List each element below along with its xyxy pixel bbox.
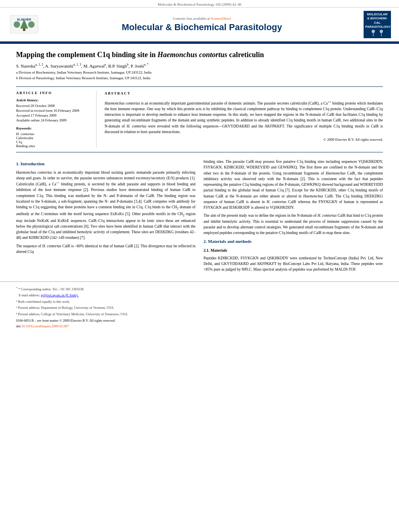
svg-point-4 [14, 21, 20, 28]
affiliation-a: a Division of Biochemistry, Indian Veter… [16, 70, 383, 76]
footnotes: * * Corresponding author. Tel.: +91 581 … [16, 286, 383, 317]
affiliation-b: b Division of Parasitology, Indian Veter… [16, 76, 383, 81]
right-para-3: Peptides KDIRCKDD, FSYKGKN and QSKHKDDY … [204, 255, 383, 273]
section1-heading: 1. Introduction [16, 160, 195, 167]
doi-value: doi:10.1016/j.molbiopara.2009.02.007 [16, 324, 383, 328]
revised-date: Received in revised form 16 February 200… [16, 109, 90, 113]
right-para-2: The aim of the present study was to defi… [204, 213, 383, 236]
article-info: ARTICLE INFO Article history: Received 2… [16, 91, 97, 148]
sciencedirect-line: Contents lists available at ScienceDirec… [48, 16, 356, 21]
doi-link[interactable]: 10.1016/j.molbiopara.2009.02.007 [21, 324, 69, 328]
article-title: Mapping the complement C1q binding site … [16, 50, 383, 60]
journal-header-bar: Molecular & Biochemical Parasitology 166… [0, 0, 399, 8]
history-label: Article history: [16, 98, 90, 102]
authors: S. Nareshaa, 1, 2, A. Suryawanshia, 1, 3… [16, 63, 383, 68]
journal-logo: MOLECULAR & BIOCHEMI- CAL PARASITOLOGY [364, 11, 391, 38]
keywords-label: Keywords: [16, 126, 90, 130]
keyword-2: Calreticulin [16, 136, 90, 140]
abstract-text: Haemonchus contortus is an economically … [105, 100, 383, 135]
body-col-left: 1. Introduction Haemonchus contortus is … [16, 159, 195, 275]
intro-para-2: The sequence of H. contortus CalR is ~60… [16, 243, 195, 255]
info-abstract-row: ARTICLE INFO Article history: Received 2… [16, 86, 383, 152]
abstract-heading: ABSTRACT [105, 91, 383, 97]
journal-citation: Molecular & Biochemical Parasitology 166… [158, 2, 241, 6]
body-columns: 1. Introduction Haemonchus contortus is … [16, 159, 383, 275]
section2-sub: 2.1. Materials [204, 247, 383, 253]
keyword-1: H. contortus [16, 132, 90, 136]
received-date: Received 20 October 2008 [16, 104, 90, 108]
svg-rect-3 [23, 29, 25, 31]
available-date: Available online 24 February 2009 [16, 118, 90, 122]
body-col-right: binding sites. The parasite CalR may pos… [204, 159, 383, 275]
copyright: © 2009 Elsevier B.V. All rights reserved… [105, 137, 383, 143]
keyword-3: C1q [16, 140, 90, 144]
abstract-section: ABSTRACT Haemonchus contortus is an econ… [105, 91, 383, 148]
article-content: Mapping the complement C1q binding site … [0, 44, 399, 281]
main-header: ELSEVIER Contents lists available at Sci… [0, 8, 399, 43]
intro-para-1: Haemonchus contortus is an economically … [16, 170, 195, 241]
page-footer: * * Corresponding author. Tel.: +91 581 … [0, 281, 399, 330]
section2-heading: 2. Materials and methods [204, 238, 383, 245]
fn-3: ³ Present address; College of Veterinary… [16, 312, 383, 317]
fn-2: ² Present address; Department of Biology… [16, 305, 383, 311]
fn-email: E-mail address: pj@ivri.up.nic.in (P. Jo… [16, 293, 383, 298]
keyword-4: Binding sites [16, 144, 90, 148]
doi-line: 0166-6851/$ – see front matter © 2009 El… [16, 318, 383, 322]
svg-point-8 [380, 30, 383, 33]
journal-title-center: Contents lists available at ScienceDirec… [48, 16, 356, 33]
elsevier-logo: ELSEVIER [8, 13, 40, 36]
accepted-date: Accepted 17 February 2009 [16, 113, 90, 117]
affiliations: a Division of Biochemistry, Indian Veter… [16, 70, 383, 81]
svg-point-6 [372, 30, 375, 33]
right-para-1: binding sites. The parasite CalR may pos… [204, 159, 383, 210]
sciencedirect-link[interactable]: ScienceDirect [211, 16, 231, 21]
fn-1: ¹ Both contributed equally to this work. [16, 299, 383, 305]
fn-star: * * Corresponding author. Tel.: +91 581 … [16, 286, 383, 292]
email-link[interactable]: pj@ivri.up.nic.in (P. Joshi). [41, 293, 79, 297]
keywords-section: Keywords: H. contortus Calreticulin C1q … [16, 126, 90, 148]
article-info-heading: ARTICLE INFO [16, 91, 90, 95]
svg-point-5 [28, 21, 35, 28]
journal-name: Molecular & Biochemical Parasitology [48, 22, 356, 33]
